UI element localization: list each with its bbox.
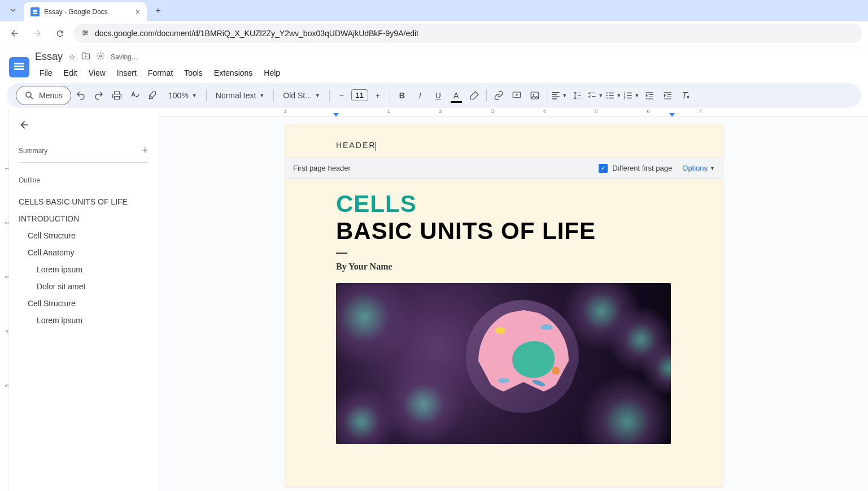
numbered-list-button[interactable]: 123▼ — [623, 87, 640, 104]
outline-item[interactable]: Lorem ipsum — [19, 261, 148, 278]
font-size-input[interactable]: 11 — [351, 89, 368, 101]
italic-button[interactable]: I — [412, 87, 429, 104]
move-icon[interactable] — [81, 51, 90, 62]
document-heading[interactable]: CELLS BASIC UNITS OF LIFE — [336, 190, 672, 245]
decrease-font-button[interactable]: − — [333, 87, 350, 104]
separator — [329, 89, 330, 102]
spellcheck-button[interactable] — [127, 87, 143, 104]
document-title[interactable]: Essay — [35, 51, 63, 63]
separator — [486, 89, 487, 102]
menu-tools[interactable]: Tools — [180, 66, 207, 80]
svg-point-2 — [84, 33, 85, 34]
page[interactable]: HEADER First page header ✓ Different fir… — [285, 125, 723, 486]
redo-button[interactable] — [90, 87, 107, 104]
svg-point-10 — [607, 97, 608, 98]
docs-favicon — [30, 7, 40, 16]
tab-title: Essay - Google Docs — [44, 8, 131, 16]
separator — [547, 89, 547, 102]
menu-insert[interactable]: Insert — [112, 66, 141, 80]
indent-marker-right[interactable] — [669, 113, 675, 117]
search-menus-button[interactable]: Menus — [16, 86, 71, 105]
saving-status: Saving... — [111, 53, 137, 61]
svg-point-3 — [99, 55, 102, 57]
menu-view[interactable]: View — [84, 66, 110, 80]
bulleted-list-button[interactable]: ▼ — [605, 87, 622, 104]
increase-indent-button[interactable] — [659, 87, 676, 104]
svg-point-0 — [84, 30, 85, 31]
separator — [206, 89, 207, 102]
checklist-button[interactable]: ▼ — [587, 87, 604, 104]
byline[interactable]: By Your Name — [336, 262, 672, 272]
page-header-area[interactable]: HEADER — [285, 125, 723, 158]
menu-help[interactable]: Help — [259, 66, 285, 80]
back-button[interactable] — [6, 24, 24, 42]
svg-point-7 — [533, 94, 534, 95]
checkbox-checked-icon: ✓ — [599, 164, 608, 173]
print-button[interactable] — [108, 87, 125, 104]
chevron-down-icon: ▼ — [598, 93, 603, 98]
add-summary-button[interactable]: + — [142, 145, 148, 157]
undo-button[interactable] — [72, 87, 89, 104]
vertical-ruler: 1 2 3 4 5 — [0, 108, 8, 491]
workspace: 1 2 3 4 5 Summary + Outline CELLS BASIC … — [0, 108, 868, 491]
font-select[interactable]: Old St...▼ — [277, 87, 326, 104]
different-first-page-checkbox[interactable]: ✓ Different first page — [599, 164, 672, 173]
add-comment-button[interactable] — [508, 87, 525, 104]
insert-image-button[interactable] — [526, 87, 543, 104]
line-spacing-button[interactable] — [569, 87, 586, 104]
outline-item[interactable]: Cell Anatomy — [19, 244, 148, 261]
menu-extensions[interactable]: Extensions — [210, 66, 257, 80]
new-tab-button[interactable]: + — [150, 3, 166, 19]
browser-url-bar: docs.google.com/document/d/1BMRiQ_X_KUZl… — [0, 21, 868, 46]
browser-tab[interactable]: Essay - Google Docs × — [24, 2, 147, 21]
text-color-button[interactable]: A — [448, 87, 465, 104]
chevron-down-icon: ▼ — [710, 166, 715, 171]
highlight-button[interactable] — [466, 87, 483, 104]
paint-format-button[interactable] — [145, 87, 162, 104]
chevron-down-icon: ▼ — [315, 93, 320, 98]
address-bar[interactable]: docs.google.com/document/d/1BMRiQ_X_KUZl… — [73, 24, 862, 43]
underline-button[interactable]: U — [430, 87, 447, 104]
decrease-indent-button[interactable] — [641, 87, 658, 104]
chevron-down-icon: ▼ — [616, 93, 621, 98]
paragraph-style-select[interactable]: Normal text▼ — [210, 87, 271, 104]
outline-item[interactable]: INTRODUCTION — [19, 210, 148, 227]
reload-button[interactable] — [51, 24, 69, 42]
outline-item[interactable]: Cell Structure — [19, 227, 148, 244]
cloud-status-icon[interactable] — [96, 51, 105, 62]
close-outline-button[interactable] — [19, 119, 148, 133]
star-icon[interactable]: ☆ — [68, 52, 76, 62]
outline-item[interactable]: Lorem ipsum — [19, 312, 148, 329]
docs-logo-icon[interactable] — [9, 57, 29, 77]
text-cursor — [376, 142, 376, 151]
align-button[interactable]: ▼ — [551, 87, 568, 104]
editor-canvas[interactable]: 1 1 2 3 4 5 6 7 HEADER First page header — [158, 108, 868, 491]
bold-button[interactable]: B — [394, 87, 411, 104]
svg-text:3: 3 — [624, 96, 626, 99]
insert-link-button[interactable] — [490, 87, 507, 104]
browser-tab-strip: Essay - Google Docs × + — [0, 0, 868, 21]
indent-marker-left[interactable] — [333, 113, 339, 117]
outline-item[interactable]: CELLS BASIC UNITS OF LIFE — [19, 193, 148, 210]
menu-bar: File Edit View Insert Format Tools Exten… — [35, 64, 285, 83]
first-page-header-label: First page header — [293, 164, 351, 172]
increase-font-button[interactable]: + — [369, 87, 386, 104]
menu-edit[interactable]: Edit — [59, 66, 82, 80]
outline-item[interactable]: Dolor sit amet — [19, 278, 148, 295]
divider — [336, 253, 347, 254]
close-tab-icon[interactable]: × — [136, 7, 140, 16]
page-body[interactable]: CELLS BASIC UNITS OF LIFE By Your Name — [285, 179, 723, 455]
menu-file[interactable]: File — [35, 66, 57, 80]
chrome-menu-button[interactable] — [5, 2, 21, 19]
site-settings-icon[interactable] — [81, 29, 89, 38]
separator — [390, 89, 390, 102]
svg-point-9 — [607, 94, 608, 95]
chevron-down-icon: ▼ — [192, 93, 197, 98]
menu-format[interactable]: Format — [143, 66, 177, 80]
clear-formatting-button[interactable] — [677, 87, 694, 104]
header-options-button[interactable]: Options ▼ — [682, 164, 715, 172]
cell-illustration-image[interactable] — [336, 283, 671, 444]
forward-button[interactable] — [28, 24, 46, 42]
outline-item[interactable]: Cell Structure — [19, 295, 148, 312]
zoom-select[interactable]: 100%▼ — [163, 87, 203, 104]
